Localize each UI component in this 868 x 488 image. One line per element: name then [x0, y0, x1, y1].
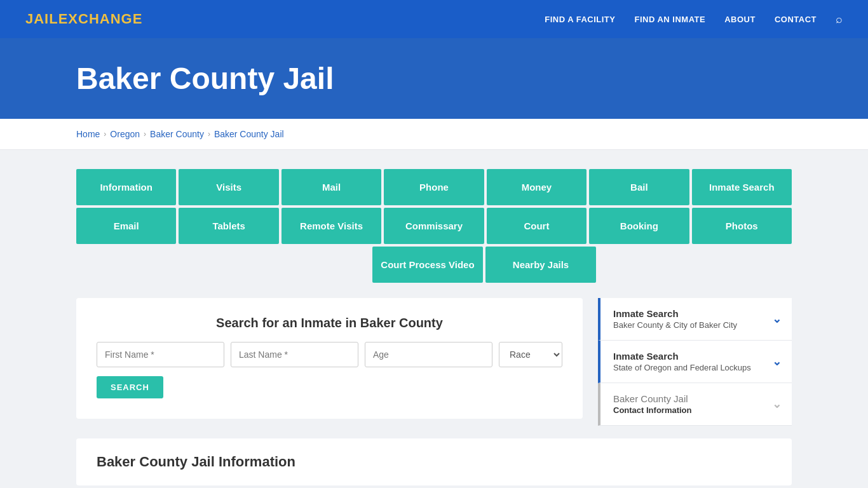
page-title: Baker County Jail — [76, 61, 843, 96]
first-name-input[interactable] — [97, 342, 224, 367]
nav-links: FIND A FACILITY FIND AN INMATE ABOUT CON… — [545, 13, 843, 26]
breadcrumb: Home › Oregon › Baker County › Baker Cou… — [0, 119, 868, 150]
nav-find-facility[interactable]: FIND A FACILITY — [545, 15, 615, 24]
btn-nearby-jails[interactable]: Nearby Jails — [485, 247, 596, 283]
btn-visits[interactable]: Visits — [179, 169, 278, 205]
content-area: Information Visits Mail Phone Money Bail… — [0, 150, 868, 488]
btn-bail[interactable]: Bail — [589, 169, 689, 205]
bottom-info-section: Baker County Jail Information — [76, 438, 792, 485]
btn-information[interactable]: Information — [76, 169, 176, 205]
breadcrumb-baker-county-jail[interactable]: Baker County Jail — [214, 129, 284, 139]
btn-photos[interactable]: Photos — [692, 208, 792, 244]
site-logo[interactable]: JAILEXCHANGE — [25, 11, 142, 27]
logo-jail: JAIL — [25, 11, 58, 27]
search-icon[interactable]: ⌕ — [836, 13, 843, 26]
hero-banner: Baker County Jail — [0, 38, 868, 119]
button-grid-row2: Email Tablets Remote Visits Commissary C… — [76, 208, 792, 244]
breadcrumb-oregon[interactable]: Oregon — [110, 129, 140, 139]
sidebar-panel-sub-0: Baker County & City of Baker City — [613, 320, 737, 330]
breadcrumb-sep-3: › — [208, 130, 210, 139]
navbar: JAILEXCHANGE FIND A FACILITY FIND AN INM… — [0, 0, 868, 38]
search-button[interactable]: SEARCH — [97, 376, 163, 398]
btn-court-process-video[interactable]: Court Process Video — [372, 247, 483, 283]
btn-money[interactable]: Money — [487, 169, 587, 205]
sidebar-panel-title-0: Inmate Search — [613, 308, 737, 319]
btn-tablets[interactable]: Tablets — [179, 208, 278, 244]
sidebar-panel-title-2: Baker County Jail — [613, 393, 692, 404]
btn-remote-visits[interactable]: Remote Visits — [281, 208, 381, 244]
bottom-info-title: Baker County Jail Information — [97, 454, 771, 470]
last-name-input[interactable] — [231, 342, 358, 367]
breadcrumb-sep-1: › — [104, 130, 106, 139]
sidebar-panel-1[interactable]: Inmate Search State of Oregon and Federa… — [598, 341, 792, 383]
sidebar-panel-0[interactable]: Inmate Search Baker County & City of Bak… — [598, 298, 792, 341]
breadcrumb-home[interactable]: Home — [76, 129, 100, 139]
chevron-down-icon-0: ⌄ — [772, 312, 782, 326]
btn-mail[interactable]: Mail — [281, 169, 381, 205]
sidebar-panels: Inmate Search Baker County & City of Bak… — [598, 298, 792, 426]
sidebar-panel-sub-2: Contact Information — [613, 405, 692, 415]
btn-phone[interactable]: Phone — [384, 169, 484, 205]
chevron-down-icon-2: ⌄ — [772, 397, 782, 411]
logo-exchange: EXCHANGE — [58, 11, 143, 27]
btn-court[interactable]: Court — [487, 208, 587, 244]
breadcrumb-sep-2: › — [144, 130, 146, 139]
sidebar-panel-title-1: Inmate Search — [613, 351, 751, 362]
sidebar-panel-2[interactable]: Baker County Jail Contact Information ⌄ — [598, 383, 792, 426]
btn-inmate-search[interactable]: Inmate Search — [692, 169, 792, 205]
btn-commissary[interactable]: Commissary — [384, 208, 484, 244]
search-panel: Search for an Inmate in Baker County Rac… — [76, 298, 583, 419]
search-panel-title: Search for an Inmate in Baker County — [97, 316, 562, 330]
nav-about[interactable]: ABOUT — [724, 15, 756, 24]
race-select[interactable]: Race White Black Hispanic Asian Other — [499, 342, 562, 367]
nav-find-inmate[interactable]: FIND AN INMATE — [634, 15, 705, 24]
btn-email[interactable]: Email — [76, 208, 176, 244]
button-grid-row1: Information Visits Mail Phone Money Bail… — [76, 169, 792, 205]
age-input[interactable] — [365, 342, 492, 367]
btn-booking[interactable]: Booking — [589, 208, 689, 244]
search-fields: Race White Black Hispanic Asian Other — [97, 342, 562, 367]
button-grid-row3: Court Process Video Nearby Jails — [76, 247, 792, 283]
lower-section: Search for an Inmate in Baker County Rac… — [76, 298, 792, 426]
sidebar-panel-sub-1: State of Oregon and Federal Lockups — [613, 363, 751, 372]
breadcrumb-baker-county[interactable]: Baker County — [150, 129, 204, 139]
chevron-down-icon-1: ⌄ — [772, 355, 782, 369]
nav-contact[interactable]: CONTACT — [775, 15, 817, 24]
